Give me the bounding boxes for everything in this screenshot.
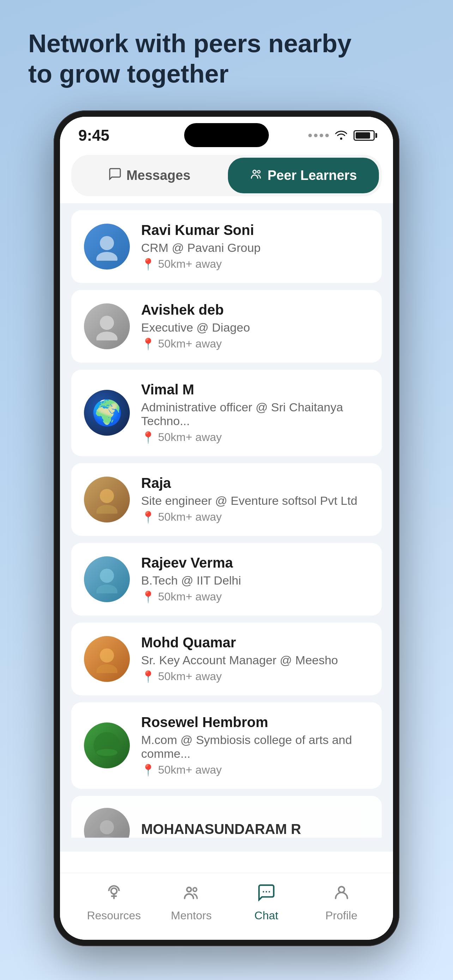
- peer-distance: 📍 50km+ away: [141, 258, 369, 271]
- peer-role: Executive @ Diageo: [141, 321, 369, 334]
- svg-point-16: [111, 888, 117, 894]
- peer-card[interactable]: Raja Site engineer @ Eventure softsol Pv…: [71, 463, 382, 536]
- mentors-icon: [183, 884, 200, 905]
- peer-card[interactable]: Ravi Kumar Soni CRM @ Pavani Group 📍 50k…: [71, 210, 382, 283]
- svg-point-13: [96, 749, 118, 756]
- svg-point-1: [257, 170, 261, 173]
- peer-distance: 📍 50km+ away: [141, 764, 369, 777]
- svg-point-0: [253, 170, 256, 173]
- svg-point-10: [100, 648, 114, 662]
- status-time: 9:45: [78, 127, 110, 144]
- peer-info: Vimal M Administrative officer @ Sri Cha…: [141, 382, 369, 444]
- peer-name: Rajeev Verma: [141, 555, 369, 571]
- avatar: [84, 722, 130, 768]
- nav-label-chat: Chat: [254, 909, 278, 922]
- nav-label-resources: Resources: [87, 909, 141, 922]
- tabs-container: Messages Peer Learners: [60, 148, 393, 203]
- phone-screen: 9:45: [60, 117, 393, 940]
- peer-distance: 📍 50km+ away: [141, 590, 369, 604]
- location-pin-icon: 📍: [141, 764, 155, 777]
- svg-point-7: [96, 505, 118, 514]
- location-pin-icon: 📍: [141, 590, 155, 604]
- signal-dots: [308, 134, 329, 137]
- peer-info: Raja Site engineer @ Eventure softsol Pv…: [141, 475, 369, 524]
- peer-card[interactable]: 🌍 Vimal M Administrative officer @ Sri C…: [71, 370, 382, 456]
- peer-name: Avishek deb: [141, 302, 369, 318]
- profile-icon: [333, 884, 350, 905]
- peer-distance: 📍 50km+ away: [141, 670, 369, 683]
- peer-card[interactable]: Mohd Quamar Sr. Key Account Manager @ Me…: [71, 623, 382, 695]
- svg-point-22: [339, 886, 344, 892]
- svg-point-8: [100, 569, 114, 583]
- peer-card[interactable]: MOHANASUNDARAM R: [71, 796, 382, 866]
- svg-point-19: [262, 891, 264, 892]
- peer-info: Avishek deb Executive @ Diageo 📍 50km+ a…: [141, 302, 369, 351]
- nav-item-chat[interactable]: Chat: [242, 884, 291, 922]
- avatar: [84, 303, 130, 349]
- peer-list: Ravi Kumar Soni CRM @ Pavani Group 📍 50k…: [60, 203, 393, 851]
- status-icons: [308, 128, 375, 143]
- avatar: [84, 556, 130, 602]
- svg-point-14: [100, 820, 114, 834]
- nav-item-profile[interactable]: Profile: [317, 884, 366, 922]
- avatar: [84, 477, 130, 522]
- location-pin-icon: 📍: [141, 511, 155, 524]
- peer-name: MOHANASUNDARAM R: [141, 821, 369, 837]
- peer-name: Vimal M: [141, 382, 369, 398]
- tab-peer-learners[interactable]: Peer Learners: [228, 158, 379, 193]
- svg-point-3: [96, 252, 118, 261]
- resources-icon: [105, 884, 123, 905]
- chat-icon: [257, 884, 275, 905]
- peer-role: CRM @ Pavani Group: [141, 241, 369, 255]
- svg-point-15: [96, 836, 118, 845]
- peer-info: Mohd Quamar Sr. Key Account Manager @ Me…: [141, 635, 369, 683]
- svg-point-21: [269, 891, 270, 892]
- messages-icon: [109, 167, 121, 183]
- peer-name: Rosewel Hembrom: [141, 714, 369, 730]
- status-bar: 9:45: [60, 117, 393, 148]
- location-pin-icon: 📍: [141, 258, 155, 271]
- peer-role: B.Tech @ IIT Delhi: [141, 574, 369, 587]
- peer-learners-tab-label: Peer Learners: [267, 168, 357, 183]
- avatar: [84, 636, 130, 682]
- peer-distance: 📍 50km+ away: [141, 511, 369, 524]
- nav-label-profile: Profile: [325, 909, 358, 922]
- svg-point-2: [100, 236, 114, 250]
- avatar: [84, 224, 130, 269]
- svg-point-18: [193, 888, 197, 891]
- messages-tab-label: Messages: [126, 168, 191, 183]
- tab-messages[interactable]: Messages: [74, 158, 225, 193]
- peer-learners-icon: [250, 167, 262, 183]
- svg-point-17: [187, 887, 192, 892]
- location-pin-icon: 📍: [141, 670, 155, 683]
- location-pin-icon: 📍: [141, 337, 155, 351]
- peer-card[interactable]: Avishek deb Executive @ Diageo 📍 50km+ a…: [71, 290, 382, 363]
- bottom-nav: Resources Mentors: [60, 873, 393, 940]
- nav-item-resources[interactable]: Resources: [87, 884, 141, 922]
- wifi-icon: [334, 128, 348, 143]
- peer-role: Sr. Key Account Manager @ Meesho: [141, 653, 369, 667]
- peer-name: Mohd Quamar: [141, 635, 369, 651]
- svg-point-9: [96, 585, 118, 593]
- background-headline: Network with peers nearby to grow togeth…: [0, 28, 453, 110]
- svg-point-5: [96, 332, 118, 340]
- nav-label-mentors: Mentors: [171, 909, 212, 922]
- peer-card[interactable]: Rosewel Hembrom M.com @ Symbiosis colleg…: [71, 702, 382, 789]
- nav-item-mentors[interactable]: Mentors: [167, 884, 216, 922]
- dynamic-island: [184, 123, 269, 147]
- avatar: [84, 808, 130, 854]
- peer-card[interactable]: Rajeev Verma B.Tech @ IIT Delhi 📍 50km+ …: [71, 543, 382, 616]
- peer-role: Site engineer @ Eventure softsol Pvt Ltd: [141, 494, 369, 508]
- peer-role: M.com @ Symbiosis college of arts and co…: [141, 733, 369, 760]
- tabs-row: Messages Peer Learners: [71, 155, 382, 196]
- peer-name: Raja: [141, 475, 369, 491]
- peer-info: Ravi Kumar Soni CRM @ Pavani Group 📍 50k…: [141, 222, 369, 271]
- svg-point-6: [100, 489, 114, 503]
- svg-point-11: [96, 664, 118, 673]
- peer-info: Rosewel Hembrom M.com @ Symbiosis colleg…: [141, 714, 369, 777]
- battery-icon: [353, 130, 375, 141]
- peer-name: Ravi Kumar Soni: [141, 222, 369, 238]
- peer-info: Rajeev Verma B.Tech @ IIT Delhi 📍 50km+ …: [141, 555, 369, 604]
- svg-point-20: [265, 891, 267, 892]
- location-pin-icon: 📍: [141, 431, 155, 444]
